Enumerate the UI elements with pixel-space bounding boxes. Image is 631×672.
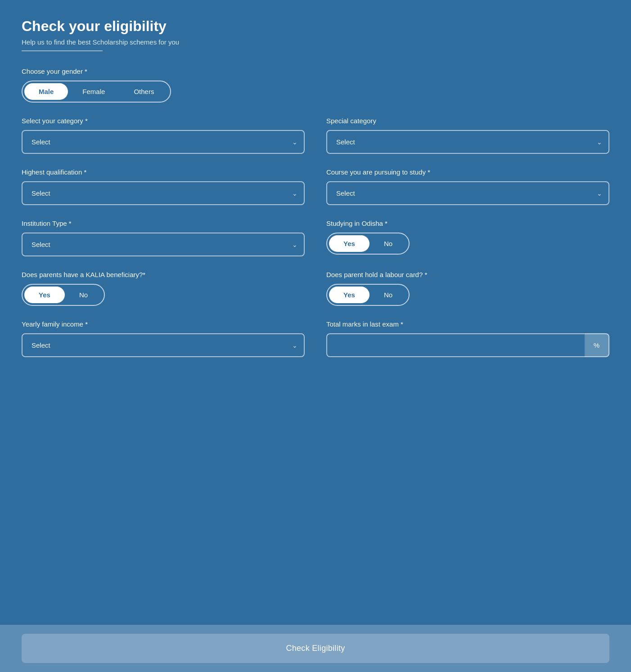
- special-category-col: Special category Select ⌄: [326, 117, 609, 154]
- special-category-select-wrapper: Select ⌄: [326, 130, 609, 154]
- gender-toggle-group: Male Female Others: [22, 81, 171, 103]
- kalia-toggle: Yes No: [22, 284, 105, 306]
- studying-odisha-toggle: Yes No: [326, 233, 410, 255]
- page-title: Check your eligibility: [22, 18, 609, 35]
- category-col: Select your category * Select ⌄: [22, 117, 305, 154]
- labour-card-no-btn[interactable]: No: [370, 287, 407, 303]
- page-container: Check your eligibility Help us to find t…: [0, 0, 631, 672]
- qualification-col: Highest qualification * Select ⌄: [22, 168, 305, 205]
- check-eligibility-button[interactable]: Check Eligibility: [22, 634, 609, 663]
- category-select-wrapper: Select ⌄: [22, 130, 305, 154]
- qualification-select[interactable]: Select: [22, 181, 305, 205]
- studying-odisha-yes-btn[interactable]: Yes: [329, 235, 370, 252]
- qualification-row: Highest qualification * Select ⌄ Course …: [22, 168, 609, 205]
- check-eligibility-container: Check Eligibility: [0, 625, 631, 672]
- total-marks-input[interactable]: [326, 333, 585, 357]
- category-select[interactable]: Select: [22, 130, 305, 154]
- labour-card-label: Does parent hold a labour card? *: [326, 271, 609, 278]
- kalia-row: Does parents have a KALIA beneficiary?* …: [22, 271, 609, 306]
- special-category-select[interactable]: Select: [326, 130, 609, 154]
- labour-card-yes-btn[interactable]: Yes: [329, 287, 370, 303]
- course-select[interactable]: Select: [326, 181, 609, 205]
- course-label: Course you are pursuing to study *: [326, 168, 609, 176]
- income-select-wrapper: Select ⌄: [22, 333, 305, 357]
- kalia-col: Does parents have a KALIA beneficiary?* …: [22, 271, 305, 306]
- course-col: Course you are pursuing to study * Selec…: [326, 168, 609, 205]
- gender-others-btn[interactable]: Others: [119, 83, 168, 100]
- labour-card-toggle: Yes No: [326, 284, 410, 306]
- kalia-label: Does parents have a KALIA beneficiary?*: [22, 271, 305, 278]
- institution-col: Institution Type * Select ⌄: [22, 220, 305, 256]
- institution-select[interactable]: Select: [22, 233, 305, 256]
- income-select[interactable]: Select: [22, 333, 305, 357]
- percent-suffix: %: [585, 333, 609, 357]
- institution-row: Institution Type * Select ⌄ Studying in …: [22, 220, 609, 256]
- special-category-label: Special category: [326, 117, 609, 125]
- income-marks-row: Yearly family income * Select ⌄ Total ma…: [22, 320, 609, 357]
- total-marks-label: Total marks in last exam *: [326, 320, 609, 328]
- institution-select-wrapper: Select ⌄: [22, 233, 305, 256]
- gender-label: Choose your gender *: [22, 67, 609, 75]
- income-col: Yearly family income * Select ⌄: [22, 320, 305, 357]
- studying-odisha-col: Studying in Odisha * Yes No: [326, 220, 609, 256]
- kalia-no-btn[interactable]: No: [65, 287, 102, 303]
- category-row: Select your category * Select ⌄ Special …: [22, 117, 609, 154]
- qualification-label: Highest qualification *: [22, 168, 305, 176]
- form-section: Choose your gender * Male Female Others …: [22, 67, 609, 357]
- total-marks-input-wrapper: %: [326, 333, 609, 357]
- income-label: Yearly family income *: [22, 320, 305, 328]
- studying-odisha-label: Studying in Odisha *: [326, 220, 609, 227]
- category-label: Select your category *: [22, 117, 305, 125]
- gender-female-btn[interactable]: Female: [68, 83, 119, 100]
- gender-male-btn[interactable]: Male: [24, 83, 68, 100]
- qualification-select-wrapper: Select ⌄: [22, 181, 305, 205]
- course-select-wrapper: Select ⌄: [326, 181, 609, 205]
- total-marks-col: Total marks in last exam * %: [326, 320, 609, 357]
- title-divider: [22, 50, 103, 51]
- labour-card-col: Does parent hold a labour card? * Yes No: [326, 271, 609, 306]
- kalia-yes-btn[interactable]: Yes: [24, 287, 65, 303]
- gender-row: Choose your gender * Male Female Others: [22, 67, 609, 103]
- studying-odisha-no-btn[interactable]: No: [370, 235, 407, 252]
- page-subtitle: Help us to find the best Scholarship sch…: [22, 38, 609, 46]
- institution-label: Institution Type *: [22, 220, 305, 227]
